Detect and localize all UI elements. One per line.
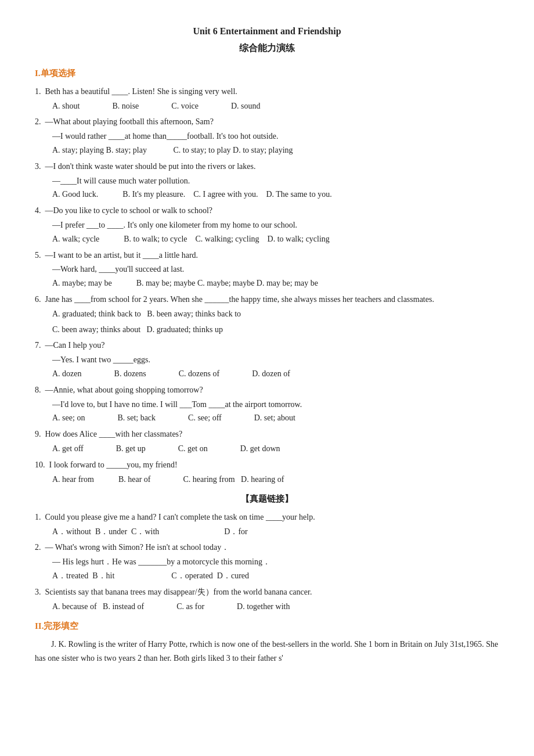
true-link-heading: 【真题链接】 [35, 492, 499, 507]
question-8: 8. —Annie, what about going shopping tom… [35, 383, 499, 425]
tq3-text: 3. Scientists say that banana trees may … [35, 585, 499, 599]
q9-options: A. get off B. get up C. get on D. get do… [52, 442, 499, 456]
question-5: 5. —I want to be an artist, but it ____a… [35, 249, 499, 290]
q7-part2: —Yes. I want two _____eggs. [52, 353, 499, 367]
question-9: 9. How does Alice ____with her classmate… [35, 427, 499, 456]
q1-options: A. shout B. noise C. voice D. sound [52, 99, 499, 113]
q8-part2: —I'd love to, but I have no time. I will… [52, 398, 499, 412]
true-q1: 1. Could you please give me a hand? I ca… [35, 510, 499, 539]
q10-text: 10. I look forward to _____you, my frien… [35, 458, 499, 472]
true-q3: 3. Scientists say that banana trees may … [35, 585, 499, 614]
tq2-part1: 2. — What's wrong with Simon? He isn't a… [35, 541, 499, 555]
tq2-part2: — His legs hurt．He was _______by a motor… [52, 555, 499, 569]
q5-part1: 5. —I want to be an artist, but it ____a… [35, 249, 499, 262]
q3-options: A. Good luck. B. It's my pleasure. C. I … [52, 188, 499, 201]
true-q2: 2. — What's wrong with Simon? He isn't a… [35, 541, 499, 582]
q8-options: A. see; on B. set; back C. see; off D. s… [52, 411, 499, 425]
q7-options: A. dozen B. dozens C. dozens of D. dozen… [52, 367, 499, 381]
q2-options: A. stay; playing B. stay; play C. to sta… [52, 143, 499, 157]
q6-opt-ab: A. graduated; think back to B. been away… [52, 307, 499, 321]
title-main: Unit 6 Entertainment and Friendship [35, 23, 499, 39]
q6-text: 6. Jane has ____from school for 2 years.… [35, 293, 499, 307]
q5-part2: —Work hard, ____you'll succeed at last. [52, 262, 499, 276]
q4-part2: —I prefer ___to ____. It's only one kilo… [52, 218, 499, 232]
tq2-options: A．treated B．hit C．operated D．cured [52, 569, 499, 583]
question-10: 10. I look forward to _____you, my frien… [35, 458, 499, 487]
q3-part1: 3. —I don't think waste water should be … [35, 160, 499, 174]
tq1-options: A．without B．under C．with D．for [52, 525, 499, 539]
q6-opt-cd: C. been away; thinks about D. graduated;… [52, 323, 499, 337]
section1-heading: I.单项选择 [35, 66, 499, 81]
q9-text: 9. How does Alice ____with her classmate… [35, 427, 499, 441]
q10-options: A. hear from B. hear of C. hearing from … [52, 473, 499, 487]
question-4: 4. —Do you like to cycle to school or wa… [35, 204, 499, 246]
question-3: 3. —I don't think waste water should be … [35, 160, 499, 201]
q8-part1: 8. —Annie, what about going shopping tom… [35, 383, 499, 397]
tq3-options: A. because of B. instead of C. as for D.… [52, 600, 499, 614]
question-2: 2. —What about playing football this aft… [35, 115, 499, 157]
question-7: 7. —Can I help you? —Yes. I want two ___… [35, 339, 499, 380]
tq1-text: 1. Could you please give me a hand? I ca… [35, 510, 499, 524]
q7-part1: 7. —Can I help you? [35, 339, 499, 352]
q3-part2: —____It will cause much water pollution. [52, 174, 499, 188]
title-sub: 综合能力演练 [35, 40, 499, 56]
q2-part2: —I would rather ____at home than_____foo… [52, 129, 499, 143]
section2-para: J. K. Rowling is the writer of Harry Pot… [35, 638, 499, 665]
q2-part1: 2. —What about playing football this aft… [35, 115, 499, 129]
section2-heading: II.完形填空 [35, 619, 499, 634]
q1-text: 1. Beth has a beautiful ____. Listen! Sh… [35, 85, 499, 99]
q5-options: A. maybe; may be B. may be; maybe C. may… [52, 276, 499, 290]
question-6: 6. Jane has ____from school for 2 years.… [35, 293, 499, 336]
q4-part1: 4. —Do you like to cycle to school or wa… [35, 204, 499, 218]
question-1: 1. Beth has a beautiful ____. Listen! Sh… [35, 85, 499, 113]
q4-options: A. walk; cycle B. to walk; to cycle C. w… [52, 232, 499, 246]
